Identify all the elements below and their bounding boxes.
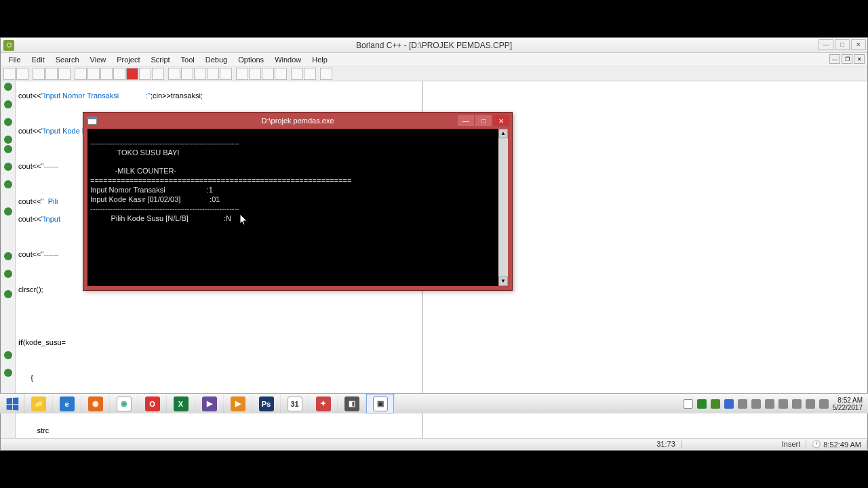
menu-debug[interactable]: Debug xyxy=(200,54,233,65)
tool-project-icon[interactable] xyxy=(58,68,71,80)
task-calendar[interactable]: 31 xyxy=(281,394,309,413)
console-output[interactable]: ----------------------------------------… xyxy=(87,129,498,286)
start-button[interactable] xyxy=(0,394,24,414)
console-close-button[interactable]: ✕ xyxy=(493,115,509,126)
tray-network-icon[interactable] xyxy=(765,399,774,409)
tool-run-icon[interactable] xyxy=(126,68,138,80)
breakpoint-icon[interactable] xyxy=(4,100,12,108)
menu-view[interactable]: View xyxy=(85,54,112,65)
tool-stepover-icon[interactable] xyxy=(236,68,248,80)
mdi-restore[interactable]: ❐ xyxy=(842,54,852,64)
menubar: File Edit Search View Project Script Too… xyxy=(1,53,867,66)
task-moviemaker[interactable]: ▶ xyxy=(195,394,224,413)
tool-watch-icon[interactable] xyxy=(291,68,303,80)
menu-window[interactable]: Window xyxy=(269,54,307,65)
tool-inspect-icon[interactable] xyxy=(304,68,316,80)
scroll-down-icon[interactable]: ▼ xyxy=(498,277,508,286)
menu-help[interactable]: Help xyxy=(307,54,333,65)
tool-new-icon[interactable] xyxy=(3,68,16,80)
window-title: Borland C++ - [D:\PROJEK PEMDAS.CPP] xyxy=(356,41,512,50)
menu-project[interactable]: Project xyxy=(111,54,145,65)
tool-build-icon[interactable] xyxy=(100,68,113,80)
console-title: D:\projek pemdas.exe xyxy=(262,117,334,125)
breakpoint-icon[interactable] xyxy=(4,163,12,171)
task-explorer[interactable]: 📁 xyxy=(24,394,53,413)
scroll-up-icon[interactable]: ▲ xyxy=(498,129,508,138)
firefox-icon: ◉ xyxy=(88,396,103,411)
breakpoint-icon[interactable] xyxy=(4,290,12,298)
menu-script[interactable]: Script xyxy=(145,54,175,65)
tool-paste-icon[interactable] xyxy=(207,68,219,80)
task-mediaplayer[interactable]: ▶ xyxy=(224,394,252,413)
task-excel[interactable]: X xyxy=(167,394,195,413)
breakpoint-icon[interactable] xyxy=(4,145,12,153)
breakpoint-icon[interactable] xyxy=(4,83,12,91)
tool-stepin-icon[interactable] xyxy=(249,68,261,80)
tool-bp-icon[interactable] xyxy=(275,68,287,80)
breakpoint-icon[interactable] xyxy=(4,207,12,216)
tool-help-icon[interactable] xyxy=(320,68,332,80)
menu-tool[interactable]: Tool xyxy=(176,54,200,65)
breakpoint-icon[interactable] xyxy=(4,369,12,377)
tool-stop-icon[interactable] xyxy=(139,68,151,80)
breakpoint-icon[interactable] xyxy=(4,118,12,126)
task-borland[interactable]: ✦ xyxy=(309,394,338,413)
ps-icon: Ps xyxy=(259,396,274,411)
mdi-close[interactable]: ✕ xyxy=(854,54,865,64)
menu-search[interactable]: Search xyxy=(50,54,85,65)
console-scrollbar[interactable]: ▲ ▼ xyxy=(498,129,508,286)
tray-app-icon[interactable] xyxy=(724,399,734,409)
tool-stepout-icon[interactable] xyxy=(262,68,274,80)
tray-up-icon[interactable] xyxy=(697,399,707,409)
tray-wifi-icon[interactable] xyxy=(806,399,815,409)
tray-battery-icon[interactable] xyxy=(792,399,802,409)
tray-clock[interactable]: 8:52 AM 5/22/2017 xyxy=(833,396,866,411)
task-chrome[interactable]: ◉ xyxy=(110,394,138,413)
task-ie[interactable]: e xyxy=(53,394,81,413)
task-photoshop[interactable]: Ps xyxy=(252,394,281,413)
tool-rebuild-icon[interactable] xyxy=(113,68,125,80)
breakpoint-icon[interactable] xyxy=(4,136,12,144)
tool-make-icon[interactable] xyxy=(87,68,100,80)
breakpoint-icon[interactable] xyxy=(4,180,12,188)
tool-open-icon[interactable] xyxy=(16,68,28,80)
clock-icon: 🕐 xyxy=(812,440,821,449)
task-console-active[interactable]: ▣ xyxy=(366,394,395,413)
tool-undo-icon[interactable] xyxy=(168,68,180,80)
console-minimize-button[interactable]: — xyxy=(458,115,474,126)
scroll-thumb[interactable] xyxy=(498,138,508,277)
tool-find-icon[interactable] xyxy=(220,68,232,80)
breakpoint-icon[interactable] xyxy=(4,252,12,260)
task-utility[interactable]: ◧ xyxy=(338,394,366,413)
tool-saveall-icon[interactable] xyxy=(45,68,58,80)
mdi-minimize[interactable]: — xyxy=(829,54,840,64)
menu-file[interactable]: File xyxy=(3,54,26,65)
close-button[interactable]: ✕ xyxy=(851,39,866,50)
console-titlebar[interactable]: D:\projek pemdas.exe — □ ✕ xyxy=(83,113,512,129)
tray-lang-icon[interactable] xyxy=(819,399,829,409)
task-firefox[interactable]: ◉ xyxy=(81,394,110,413)
tool-cut-icon[interactable] xyxy=(181,68,193,80)
calendar-icon: 31 xyxy=(288,396,302,411)
minimize-button[interactable]: — xyxy=(818,39,833,50)
console-window[interactable]: D:\projek pemdas.exe — □ ✕ -------------… xyxy=(83,112,513,291)
menu-edit[interactable]: Edit xyxy=(26,54,50,65)
tool-pause-icon[interactable] xyxy=(152,68,164,80)
system-tray: 8:52 AM 5/22/2017 xyxy=(681,394,869,413)
ide-titlebar[interactable]: Borland C++ - [D:\PROJEK PEMDAS.CPP] — □… xyxy=(1,38,867,53)
menu-options[interactable]: Options xyxy=(233,54,269,65)
tray-bt-icon[interactable] xyxy=(751,399,761,409)
console-maximize-button[interactable]: □ xyxy=(475,115,492,126)
tray-usb-icon[interactable] xyxy=(738,399,747,409)
tray-nvidia-icon[interactable] xyxy=(711,399,720,409)
tray-volume-icon[interactable] xyxy=(778,399,788,409)
tray-flag-icon[interactable] xyxy=(684,399,693,409)
tool-copy-icon[interactable] xyxy=(194,68,206,80)
task-opera[interactable]: O xyxy=(138,394,167,413)
breakpoint-icon[interactable] xyxy=(4,351,12,359)
app-icon xyxy=(3,40,14,51)
breakpoint-icon[interactable] xyxy=(4,270,12,278)
tool-compile-icon[interactable] xyxy=(75,68,87,80)
tool-save-icon[interactable] xyxy=(33,68,45,80)
maximize-button[interactable]: □ xyxy=(835,39,850,50)
